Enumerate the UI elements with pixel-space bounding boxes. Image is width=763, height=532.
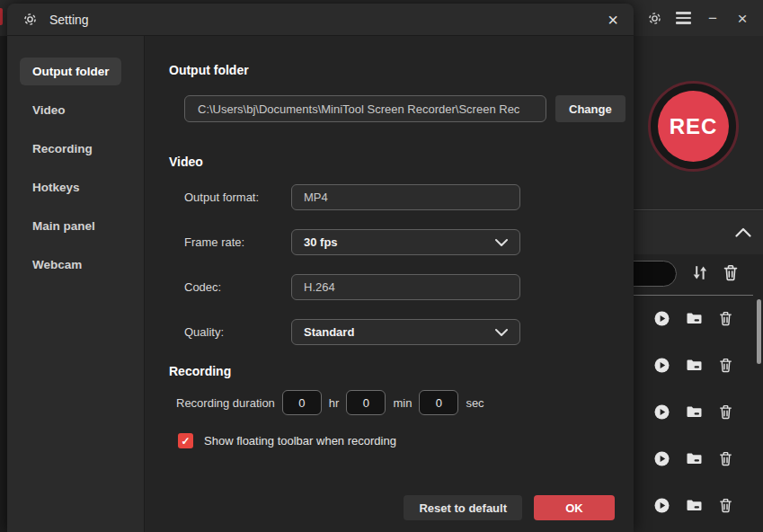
output-path-input[interactable] [184, 95, 546, 122]
gear-icon[interactable] [647, 11, 662, 26]
seconds-input[interactable] [419, 390, 458, 415]
chevron-down-icon [495, 239, 508, 246]
dialog-title: Setting [49, 13, 89, 27]
recording-row [634, 483, 763, 530]
chevron-up-icon[interactable] [735, 227, 751, 237]
sidebar-item-recording[interactable]: Recording [20, 135, 105, 163]
folder-icon[interactable] [687, 359, 702, 375]
minimize-icon[interactable]: − [705, 11, 721, 26]
play-icon[interactable] [654, 358, 670, 377]
panel-collapse-band [634, 211, 763, 254]
dialog-titlebar: Setting × [7, 4, 634, 36]
list-divider [634, 295, 753, 296]
list-scrollbar[interactable] [757, 299, 761, 364]
seconds-unit-label: sec [466, 396, 484, 410]
change-folder-button[interactable]: Change [555, 95, 625, 122]
hours-input[interactable] [282, 390, 322, 415]
record-area: REC [634, 36, 763, 210]
folder-icon[interactable] [687, 405, 702, 421]
output-folder-heading: Output folder [169, 63, 634, 77]
play-icon[interactable] [654, 498, 670, 517]
folder-icon[interactable] [687, 452, 702, 468]
minutes-unit-label: min [393, 396, 412, 410]
main-window-right-panel: − × REC [634, 0, 763, 532]
recording-heading: Recording [169, 364, 634, 378]
recording-row [634, 437, 763, 483]
video-heading: Video [169, 155, 634, 169]
settings-content: Output folder Change Video Output format… [145, 36, 634, 532]
quality-label: Quality: [184, 325, 291, 339]
recording-duration-label: Recording duration [176, 396, 275, 410]
floating-toolbar-label: Show floating toolbar when recording [204, 434, 396, 448]
frame-rate-label: Frame rate: [184, 235, 291, 249]
main-window-toolbar: − × [634, 0, 763, 36]
folder-icon[interactable] [687, 499, 702, 515]
recording-row [634, 297, 763, 343]
settings-dialog: Setting × Output folder Video Recording … [7, 4, 634, 532]
floating-toolbar-checkbox[interactable]: ✓ [178, 433, 193, 448]
sort-icon[interactable] [692, 264, 708, 285]
trash-icon[interactable] [719, 358, 732, 377]
reset-to-default-button[interactable]: Reset to default [404, 495, 522, 520]
frame-rate-select[interactable]: 30 fps [291, 229, 520, 255]
folder-icon[interactable] [687, 312, 702, 328]
play-icon[interactable] [654, 311, 670, 330]
menu-icon[interactable] [676, 12, 691, 23]
frame-rate-value: 30 fps [304, 235, 338, 249]
sidebar-item-video[interactable]: Video [20, 96, 78, 124]
quality-value: Standard [304, 325, 354, 339]
sidebar-item-hotkeys[interactable]: Hotkeys [20, 173, 93, 201]
codec-field[interactable]: H.264 [291, 274, 520, 300]
play-icon[interactable] [654, 451, 670, 470]
recording-row [634, 390, 763, 437]
rec-button[interactable]: REC [648, 81, 739, 172]
recordings-list [634, 297, 763, 530]
codec-label: Codec: [184, 280, 291, 294]
minutes-input[interactable] [346, 390, 386, 415]
trash-icon[interactable] [723, 264, 738, 285]
sidebar-item-webcam[interactable]: Webcam [20, 251, 94, 279]
close-icon[interactable]: × [734, 10, 750, 27]
rec-button-label: REC [658, 91, 729, 162]
trash-icon[interactable] [719, 404, 732, 423]
trash-icon[interactable] [719, 451, 732, 470]
output-format-label: Output format: [184, 191, 291, 204]
chevron-down-icon [495, 329, 508, 336]
settings-sidebar: Output folder Video Recording Hotkeys Ma… [7, 36, 145, 532]
close-icon[interactable]: × [608, 11, 618, 29]
play-icon[interactable] [654, 404, 670, 423]
recordings-list-toolbar [634, 254, 763, 294]
sidebar-item-main-panel[interactable]: Main panel [20, 212, 108, 240]
output-format-value: MP4 [304, 191, 328, 204]
hours-unit-label: hr [329, 396, 340, 410]
codec-value: H.264 [304, 280, 335, 294]
sidebar-item-output-folder[interactable]: Output folder [20, 58, 121, 85]
trash-icon[interactable] [719, 498, 732, 517]
ok-button[interactable]: OK [534, 495, 615, 520]
output-format-field[interactable]: MP4 [291, 184, 520, 210]
trash-icon[interactable] [719, 311, 732, 330]
gear-icon [22, 12, 38, 27]
recording-row [634, 343, 763, 390]
quality-select[interactable]: Standard [291, 319, 520, 345]
minitool-logo-sliver [0, 8, 3, 25]
